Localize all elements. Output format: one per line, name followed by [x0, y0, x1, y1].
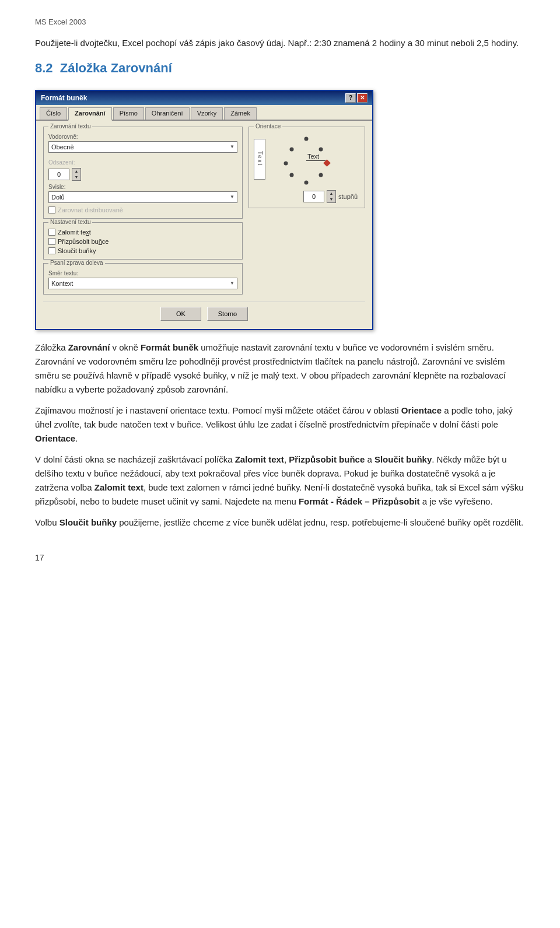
dialog-right: Orientace Text: [249, 127, 365, 298]
degrees-row: 0 ▲ ▼ stupňů: [254, 190, 358, 203]
nastaveni-textu-section: Nastavení textu Zalomit text Přizpůsobit…: [43, 222, 243, 260]
storno-button[interactable]: Storno: [207, 307, 248, 321]
dialog-wrapper: Formát buněk ? ✕ Číslo Zarovnání Písmo O…: [35, 90, 373, 330]
sloucit-checkbox-row: Sloučit buňky: [48, 247, 237, 254]
orientation-picker-area: Text: [271, 133, 341, 185]
sloucit-label: Sloučit buňky: [58, 247, 96, 254]
odsazeni-up[interactable]: ▲: [72, 169, 80, 174]
svg-point-1: [319, 147, 323, 151]
intro-paragraph: Použijete-li dvojtečku, Excel pochopí vá…: [35, 37, 525, 50]
page-header: MS Excel 2003: [35, 17, 525, 26]
vertical-text-box[interactable]: Text: [254, 139, 265, 180]
header-title: MS Excel 2003: [35, 17, 86, 26]
dialog-body: Zarovnání textu Vodorovně: Obecně ▼ Odsa…: [36, 121, 372, 329]
zarovnat-label: Zarovnat distribuovaně: [58, 206, 123, 213]
svisle-arrow: ▼: [230, 194, 235, 199]
vodorovne-arrow: ▼: [230, 144, 235, 149]
body-paragraph-1: Záložka Zarovnání v okně Formát buněk um…: [35, 341, 525, 397]
orientace-label: Orientace: [254, 123, 282, 129]
zarovnani-textu-section: Zarovnání textu Vodorovně: Obecně ▼ Odsa…: [43, 127, 243, 219]
dialog-left: Zarovnání textu Vodorovně: Obecně ▼ Odsa…: [43, 127, 243, 298]
sloucit-checkbox[interactable]: [48, 247, 55, 254]
odsazeni-row: Odsazení: 0 ▲ ▼: [48, 156, 237, 181]
odsazeni-group: Odsazení: 0 ▲ ▼: [48, 156, 81, 181]
zarovnat-checkbox[interactable]: [48, 206, 55, 213]
dialog-titlebar: Formát buněk ? ✕: [36, 91, 372, 105]
zalomit-label: Zalomit text: [58, 229, 91, 236]
zalomit-checkbox-row: Zalomit text: [48, 229, 237, 236]
body-paragraph-3: V dolní části okna se nacházejí zaškrtáv…: [35, 453, 525, 509]
svg-point-4: [284, 161, 288, 165]
svisle-label: Svisle:: [48, 184, 237, 190]
vodorovne-label: Vodorovně:: [48, 134, 237, 140]
tab-zarovnani[interactable]: Zarovnání: [68, 107, 112, 121]
svg-text:Text: Text: [307, 153, 319, 160]
smer-arrow: ▼: [230, 281, 235, 286]
dialog-tabs: Číslo Zarovnání Písmo Ohraničení Vzorky …: [36, 105, 372, 121]
titlebar-buttons: ? ✕: [345, 93, 368, 103]
close-button[interactable]: ✕: [357, 93, 368, 103]
odsazeni-label: Odsazení:: [48, 159, 81, 166]
svisle-select[interactable]: Dolů ▼: [48, 191, 237, 203]
odsazeni-down[interactable]: ▼: [72, 174, 80, 180]
svg-point-7: [304, 180, 309, 184]
odsazeni-input[interactable]: 0: [48, 169, 69, 180]
vodorovne-select[interactable]: Obecně ▼: [48, 141, 237, 153]
dialog-title: Formát buněk: [41, 94, 87, 102]
smer-label: Směr textu:: [48, 270, 237, 276]
smer-field: Směr textu: Kontext ▼: [48, 270, 237, 289]
orientace-section: Orientace Text: [249, 127, 365, 208]
stupnu-label: stupňů: [338, 193, 358, 200]
tab-zamek[interactable]: Zámek: [224, 107, 257, 120]
degrees-input[interactable]: 0: [303, 191, 324, 202]
nastaveni-textu-label: Nastavení textu: [48, 219, 92, 225]
section-heading: 8.2 Záložka Zarovnání: [35, 61, 525, 76]
svisle-field: Svisle: Dolů ▼: [48, 184, 237, 203]
help-button[interactable]: ?: [345, 93, 356, 103]
dialog-window: Formát buněk ? ✕ Číslo Zarovnání Písmo O…: [35, 90, 373, 330]
svg-point-5: [319, 173, 323, 177]
body-paragraph-4: Volbu Sloučit buňky použijeme, jestliže …: [35, 516, 525, 530]
degrees-spinner-arrows: ▲ ▼: [327, 190, 336, 203]
tab-ohraniceni[interactable]: Ohraničení: [145, 107, 190, 120]
prizpusobit-checkbox[interactable]: [48, 238, 55, 245]
zalomit-checkbox[interactable]: [48, 229, 55, 236]
degrees-up[interactable]: ▲: [327, 191, 335, 197]
dialog-content-row: Zarovnání textu Vodorovně: Obecně ▼ Odsa…: [43, 127, 365, 298]
prizpusobit-checkbox-row: Přizpůsobit buňce: [48, 238, 237, 245]
zarovnani-textu-label: Zarovnání textu: [48, 123, 92, 129]
ok-button[interactable]: OK: [160, 307, 201, 321]
dialog-footer: OK Storno: [43, 302, 365, 323]
zarovnat-checkbox-row: Zarovnat distribuovaně: [48, 206, 237, 213]
orientation-svg[interactable]: Text: [271, 133, 341, 185]
odsazeni-spinner: 0 ▲ ▼: [48, 168, 81, 181]
orientace-inner: Text: [254, 131, 360, 185]
smer-select[interactable]: Kontext ▼: [48, 278, 237, 289]
prizpusobit-label: Přizpůsobit buňce: [58, 238, 108, 245]
tab-vzorky[interactable]: Vzorky: [191, 107, 223, 120]
body-paragraph-2: Zajímavou možností je i nastavení orient…: [35, 404, 525, 446]
svg-point-0: [304, 136, 309, 141]
tab-pismo[interactable]: Písmo: [113, 107, 144, 120]
vodorovne-field: Vodorovně: Obecně ▼: [48, 134, 237, 153]
degrees-down[interactable]: ▼: [327, 197, 335, 202]
svg-point-2: [290, 147, 294, 151]
page-number: 17: [35, 553, 525, 562]
psani-section: Psaní zprava doleva Směr textu: Kontext …: [43, 263, 243, 295]
tab-cislo[interactable]: Číslo: [40, 107, 67, 120]
svg-point-6: [290, 173, 294, 177]
odsazeni-arrows: ▲ ▼: [72, 168, 81, 181]
psani-label: Psaní zprava doleva: [48, 260, 105, 266]
